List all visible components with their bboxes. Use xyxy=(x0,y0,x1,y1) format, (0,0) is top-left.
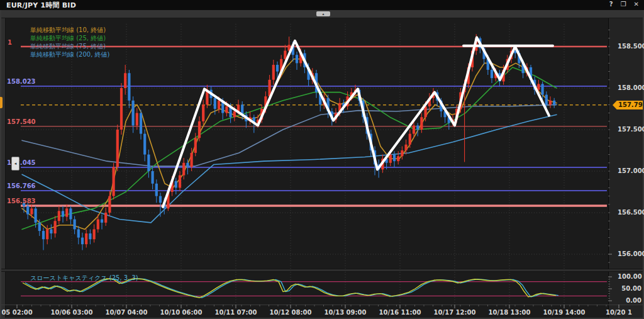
ma-line-10[interactable] xyxy=(22,59,557,230)
legend-item-sma-75: 単純移動平均線 (75, 終値) xyxy=(30,42,109,50)
time-axis-label: 10/20 1 xyxy=(606,309,632,316)
time-axis-label: 10/10 06:00 xyxy=(160,309,203,316)
time-axis-label: 10/17 12:00 xyxy=(434,309,476,316)
time-axis-label: 10/13 09:00 xyxy=(325,309,367,316)
legend-item-sma-200: 単純移動平均線 (200, 終値) xyxy=(30,50,109,59)
stoch-axis-label: 0.00 xyxy=(618,297,641,304)
time-axis-label: 10/18 13:00 xyxy=(489,309,531,316)
legend-item-sma-10: 単純移動平均線 (10, 終値) xyxy=(30,26,109,34)
stoch-axis-label: 50.00 xyxy=(618,285,641,292)
drawn-zigzag-line[interactable] xyxy=(163,37,549,206)
price-axis-label: 158.500 xyxy=(618,43,641,50)
price-axis-label: 156.500 xyxy=(618,209,641,216)
time-axis-label: 05 02:00 xyxy=(1,309,32,316)
time-axis-label: 10/07 04:00 xyxy=(106,309,148,316)
legend-item-sma-25: 単純移動平均線 (25, 終値) xyxy=(30,34,109,42)
time-axis-label: 10/06 03:00 xyxy=(51,309,93,316)
price-line-label: 158.023 xyxy=(7,78,36,85)
candles[interactable] xyxy=(23,34,555,250)
current-price-value: 157.797 xyxy=(618,101,644,108)
time-axis-label: 10/12 08:00 xyxy=(270,309,312,316)
panel-expander-button[interactable]: ◂ xyxy=(11,157,19,171)
current-price-badge: 157.797 xyxy=(613,101,643,109)
left-edge-marker-tab xyxy=(0,97,3,108)
trading-app-window: EUR/JPY 1時間 BID ? ❐ ✕ ▴ 単純移動平均線 (10, 終値)… xyxy=(0,0,644,319)
price-axis-label: 157.000 xyxy=(618,167,641,174)
price-axis-label: 156.000 xyxy=(618,250,641,257)
price-line-label: 156.766 xyxy=(7,182,36,189)
time-axis-label: 10/16 11:00 xyxy=(379,309,421,316)
time-axis-label: 10/11 07:00 xyxy=(215,309,257,316)
price-line-label: 156.583 xyxy=(7,198,36,204)
price-line-label: 157.540 xyxy=(7,118,36,125)
price-axis-label: 158.000 xyxy=(618,84,641,91)
time-axis-label: 10/19 14:00 xyxy=(543,309,586,316)
stochastics-legend: スローストキャスティクス (25, 3, 3) xyxy=(30,274,138,283)
clipped-price-line-label: 1 xyxy=(8,39,12,46)
indicator-legend: 単純移動平均線 (10, 終値)単純移動平均線 (25, 終値)単純移動平均線 … xyxy=(30,26,109,59)
price-axis-label: 157.500 xyxy=(618,126,641,133)
stoch-axis-label: 100.00 xyxy=(618,273,641,280)
main-panel[interactable] xyxy=(21,24,607,269)
